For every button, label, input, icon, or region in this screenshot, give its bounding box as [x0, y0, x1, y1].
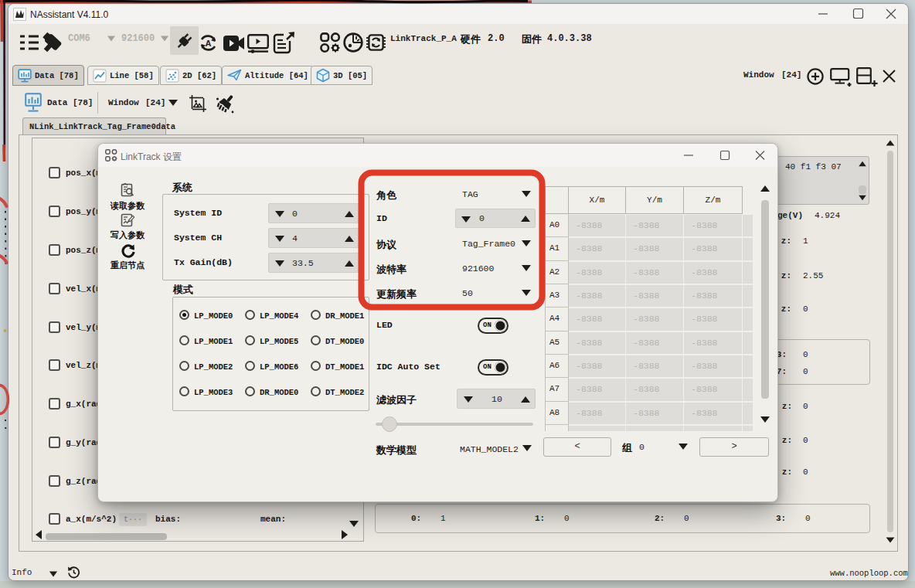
param-dropdown-arrow[interactable]: [522, 240, 531, 246]
write-params-button[interactable]: 写入参数: [100, 213, 155, 241]
system-spinbox[interactable]: 33.5: [268, 253, 361, 273]
player-icon[interactable]: [247, 34, 269, 53]
port-dropdown-arrow[interactable]: [107, 36, 115, 42]
spin-up-icon[interactable]: [345, 211, 354, 217]
hscroll-thumb[interactable]: [46, 533, 167, 540]
apps-settings-icon[interactable]: [320, 32, 341, 53]
doc-tab[interactable]: NLink_LinkTrack_Tag_Frame0data: [22, 117, 166, 135]
signal-checkbox[interactable]: [49, 398, 60, 410]
tab-3d[interactable]: 3D [05]: [311, 66, 372, 85]
spin-up-icon[interactable]: [345, 236, 354, 242]
mode-radio[interactable]: [311, 335, 321, 345]
history-icon[interactable]: [67, 566, 80, 579]
maximize-button[interactable]: [846, 5, 869, 22]
mode-radio[interactable]: [311, 361, 321, 371]
toolbar2-window-count[interactable]: [24]: [145, 98, 165, 107]
param-spinbox[interactable]: 0: [455, 209, 536, 228]
vscroll-up-icon[interactable]: [886, 140, 895, 145]
toolbar2-window-arrow[interactable]: [168, 100, 178, 106]
tool-icon[interactable]: [43, 31, 64, 54]
tab-line[interactable]: Line [58]: [87, 66, 159, 85]
signal-checkbox[interactable]: [49, 513, 60, 525]
gauge-icon[interactable]: [343, 32, 363, 53]
mode-radio[interactable]: [179, 361, 189, 371]
log-level-select[interactable]: Info: [12, 568, 32, 577]
read-params-button[interactable]: 读取参数: [100, 183, 155, 211]
system-spinbox[interactable]: 4: [268, 228, 361, 248]
mode-radio[interactable]: [311, 386, 321, 396]
main-vscrollbar[interactable]: [886, 137, 895, 549]
baud-dropdown-arrow[interactable]: [161, 36, 168, 42]
website-link[interactable]: www.nooploop.com: [830, 569, 908, 578]
clear-broom-icon[interactable]: [216, 93, 236, 114]
chip-update-icon[interactable]: [366, 32, 386, 53]
connect-button[interactable]: [170, 26, 199, 55]
hexbox-scroll-down-icon[interactable]: [859, 195, 866, 200]
port-select[interactable]: COM6: [68, 33, 90, 44]
param-dropdown-arrow[interactable]: [522, 191, 531, 197]
mode-radio[interactable]: [245, 361, 255, 371]
new-display-icon[interactable]: [830, 68, 853, 87]
dialog-close-button[interactable]: [749, 148, 770, 163]
export-report-icon[interactable]: [273, 32, 296, 55]
mode-radio[interactable]: [179, 310, 189, 320]
spin-down-icon[interactable]: [461, 216, 471, 223]
hexbox-scroll-up-icon[interactable]: [859, 161, 866, 166]
toggle-switch[interactable]: ON: [478, 318, 509, 334]
filter-slider-handle[interactable]: [382, 416, 397, 432]
spin-up-icon[interactable]: [345, 260, 354, 267]
minimize-button[interactable]: [811, 5, 835, 22]
mode-radio[interactable]: [311, 310, 321, 320]
table-scroll-thumb[interactable]: [761, 200, 769, 399]
system-spinbox[interactable]: 0: [268, 203, 361, 223]
spin-down-icon[interactable]: [275, 260, 284, 267]
tab-2d[interactable]: 2D [62]: [160, 66, 222, 85]
hscroll-left-icon[interactable]: [36, 530, 42, 539]
camera-icon[interactable]: [223, 35, 245, 52]
hscroll-right-icon[interactable]: [342, 530, 348, 539]
signal-checkbox[interactable]: [49, 283, 60, 294]
table-scroll-up-icon[interactable]: [760, 185, 770, 192]
spin-up-icon[interactable]: [521, 396, 530, 403]
mode-radio[interactable]: [245, 386, 255, 396]
auto-sync-icon[interactable]: A: [198, 33, 219, 53]
group-dropdown-arrow[interactable]: [679, 444, 688, 450]
math-model-value[interactable]: MATH_MODEL2: [460, 444, 519, 454]
tab-data[interactable]: Data [78]: [12, 65, 84, 86]
math-model-arrow[interactable]: [522, 445, 532, 451]
signal-checkbox[interactable]: [49, 321, 60, 333]
tab-altitude[interactable]: Altitude [64]: [222, 66, 314, 85]
param-dropdown-arrow[interactable]: [522, 265, 531, 271]
vscroll-down-icon[interactable]: [886, 537, 895, 542]
baud-select[interactable]: 921600: [121, 33, 155, 44]
split-window-icon[interactable]: [856, 67, 878, 87]
dialog-minimize-button[interactable]: [678, 148, 699, 163]
param-dropdown-arrow[interactable]: [522, 290, 531, 296]
signal-checkbox[interactable]: [49, 475, 60, 487]
hexbox-scroll-thumb[interactable]: [859, 185, 866, 194]
mode-radio[interactable]: [245, 310, 255, 320]
signal-checkbox[interactable]: [49, 359, 60, 371]
filter-spinbox[interactable]: 10: [457, 389, 536, 409]
hex-output-box[interactable]: 40 f1 f3 07: [767, 156, 869, 205]
mode-radio[interactable]: [179, 386, 189, 396]
signal-checkbox[interactable]: [49, 244, 60, 256]
mode-radio[interactable]: [179, 335, 189, 345]
spin-down-icon[interactable]: [464, 396, 473, 403]
restart-node-button[interactable]: 重启节点: [100, 243, 155, 271]
toggle-switch[interactable]: ON: [478, 359, 509, 376]
vscroll-thumb[interactable]: [887, 151, 893, 532]
time-format-button[interactable]: t···: [119, 513, 147, 526]
spin-down-icon[interactable]: [275, 211, 284, 217]
close-view-icon[interactable]: [882, 69, 896, 83]
menu-icon[interactable]: [19, 32, 39, 53]
list-scroll-down-icon[interactable]: [349, 521, 359, 527]
next-group-button[interactable]: >: [699, 437, 769, 457]
data-panel-icon[interactable]: [25, 93, 42, 114]
log-level-arrow[interactable]: [49, 572, 57, 577]
dialog-maximize-button[interactable]: [714, 148, 736, 163]
add-window-icon[interactable]: [807, 68, 824, 85]
snapshot-icon[interactable]: [189, 95, 206, 112]
mode-radio[interactable]: [245, 335, 255, 345]
table-scroll-down-icon[interactable]: [760, 416, 770, 423]
